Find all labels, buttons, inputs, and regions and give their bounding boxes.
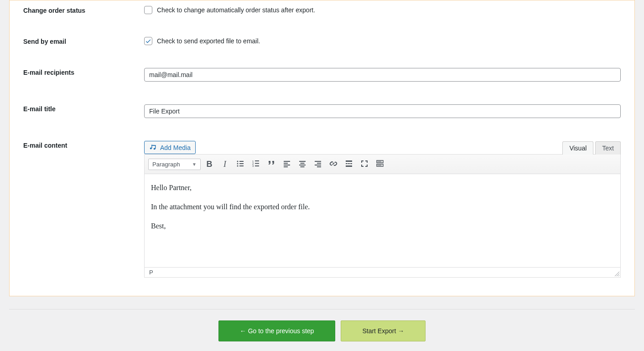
svg-point-6 — [237, 163, 239, 164]
svg-point-0 — [150, 148, 152, 150]
svg-rect-28 — [346, 160, 352, 162]
editor-tabs: Visual Text — [562, 141, 621, 155]
add-media-button[interactable]: Add Media — [144, 141, 196, 154]
label-email-content: E-mail content — [23, 141, 144, 149]
start-export-button[interactable]: Start Export → — [341, 320, 426, 341]
editor-paragraph: In the attachment you will find the expo… — [151, 201, 614, 212]
resize-handle[interactable] — [614, 271, 619, 276]
align-left-icon — [282, 159, 291, 170]
read-more-icon — [344, 159, 353, 170]
svg-rect-39 — [379, 165, 380, 165]
label-change-order-status: Change order status — [23, 6, 144, 14]
toolbar-toggle-button[interactable] — [373, 157, 387, 171]
align-center-icon — [298, 159, 307, 170]
svg-rect-16 — [284, 161, 290, 162]
svg-text:3: 3 — [252, 165, 254, 167]
row-email-title: E-mail title — [23, 100, 621, 123]
bullet-list-button[interactable] — [234, 157, 247, 171]
blockquote-button[interactable] — [265, 157, 278, 171]
svg-rect-38 — [378, 165, 379, 165]
editor-paragraph: Hello Partner, — [151, 182, 614, 193]
svg-rect-7 — [239, 163, 244, 164]
svg-rect-31 — [350, 163, 352, 164]
input-email-recipients[interactable] — [144, 68, 621, 82]
footer-buttons: ← Go to the previous step Start Export → — [9, 320, 635, 341]
editor-toolbar: Paragraph ▼ B I 123 — [145, 155, 620, 174]
read-more-button[interactable] — [342, 157, 356, 171]
svg-rect-11 — [255, 160, 259, 161]
fullscreen-icon — [360, 159, 369, 170]
bold-button[interactable]: B — [203, 157, 216, 171]
svg-rect-29 — [346, 163, 348, 164]
wysiwyg-editor: Paragraph ▼ B I 123 — [144, 154, 621, 278]
tab-visual[interactable]: Visual — [562, 141, 593, 155]
format-select[interactable]: Paragraph ▼ — [148, 159, 201, 170]
svg-point-4 — [237, 160, 239, 162]
settings-panel: Change order status Check to change auto… — [9, 0, 635, 296]
align-left-button[interactable] — [280, 157, 294, 171]
svg-rect-22 — [299, 165, 306, 165]
svg-rect-15 — [255, 165, 259, 166]
fullscreen-button[interactable] — [358, 157, 371, 171]
svg-rect-21 — [301, 163, 305, 164]
format-select-label: Paragraph — [152, 161, 180, 168]
svg-rect-17 — [284, 163, 288, 164]
align-right-icon — [313, 159, 322, 170]
svg-rect-19 — [284, 166, 288, 167]
svg-rect-18 — [284, 165, 290, 165]
svg-point-2 — [154, 148, 156, 150]
align-right-button[interactable] — [311, 157, 325, 171]
svg-rect-32 — [346, 165, 352, 167]
add-media-label: Add Media — [160, 144, 191, 151]
numbered-list-icon: 123 — [251, 159, 260, 170]
checkbox-label-change-order-status: Check to change automatically order stat… — [157, 6, 315, 14]
row-change-order-status: Change order status Check to change auto… — [23, 0, 621, 19]
label-email-title: E-mail title — [23, 104, 144, 113]
row-email-recipients: E-mail recipients — [23, 63, 621, 86]
svg-rect-20 — [299, 161, 306, 162]
svg-rect-26 — [315, 165, 321, 165]
svg-rect-40 — [380, 165, 381, 165]
quote-icon — [267, 159, 276, 170]
svg-point-8 — [237, 165, 239, 166]
chevron-down-icon: ▼ — [192, 162, 197, 167]
music-note-icon — [149, 144, 157, 151]
input-email-title[interactable] — [144, 104, 621, 118]
checkbox-send-by-email[interactable] — [144, 37, 152, 45]
bold-icon: B — [207, 160, 213, 169]
italic-icon: I — [223, 160, 226, 169]
label-email-recipients: E-mail recipients — [23, 68, 144, 76]
editor-content-area[interactable]: Hello Partner, In the attachment you wil… — [145, 174, 620, 267]
editor-element-path[interactable]: P — [149, 269, 153, 276]
link-button[interactable] — [327, 157, 340, 171]
row-send-by-email: Send by email Check to send exported fil… — [23, 32, 621, 50]
section-divider — [9, 309, 635, 310]
tab-text[interactable]: Text — [595, 141, 621, 155]
previous-step-button[interactable]: ← Go to the previous step — [218, 320, 336, 341]
numbered-list-button[interactable]: 123 — [249, 157, 263, 171]
svg-rect-27 — [317, 166, 321, 167]
svg-rect-23 — [301, 166, 305, 167]
align-center-button[interactable] — [296, 157, 309, 171]
svg-rect-25 — [317, 163, 321, 164]
row-email-content: E-mail content Add — [23, 136, 621, 282]
link-icon — [329, 159, 338, 170]
svg-rect-36 — [380, 161, 381, 162]
checkbox-label-send-by-email: Check to send exported file to email. — [157, 37, 260, 45]
svg-rect-30 — [348, 163, 350, 164]
svg-rect-9 — [239, 165, 244, 166]
italic-button[interactable]: I — [218, 157, 232, 171]
svg-rect-5 — [239, 161, 244, 162]
toolbar-toggle-icon — [375, 159, 384, 170]
label-send-by-email: Send by email — [23, 37, 144, 45]
bullet-list-icon — [236, 159, 245, 170]
svg-rect-24 — [315, 161, 321, 162]
svg-rect-34 — [378, 161, 379, 162]
editor-paragraph: Best, — [151, 221, 614, 232]
svg-rect-35 — [379, 161, 380, 162]
svg-rect-13 — [255, 163, 259, 164]
checkbox-change-order-status[interactable] — [144, 6, 152, 14]
editor-status-bar: P — [145, 267, 620, 277]
